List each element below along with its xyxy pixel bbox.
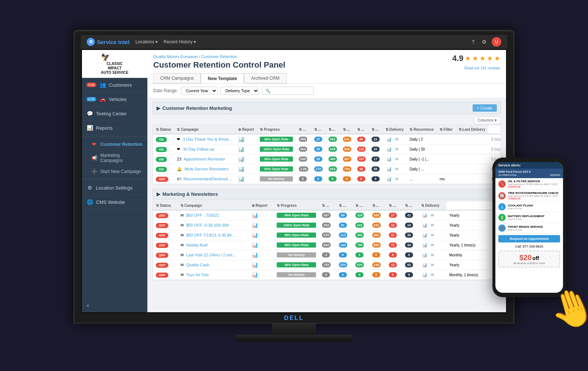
bar-chart-btn-1[interactable]: 📊 <box>386 147 393 152</box>
delivery-type-select[interactable]: Delivery Type Email SMS <box>220 87 259 95</box>
bar-chart-btn-4[interactable]: 📊 <box>421 252 429 258</box>
toggle-off-5[interactable]: OFF <box>156 263 168 268</box>
mail-btn-0[interactable]: ✉ <box>430 213 435 218</box>
th-progress[interactable]: ⇅ Progress <box>257 125 296 134</box>
sidebar-item-customer-retention[interactable]: ❤ Customer Retention <box>82 138 147 150</box>
tab-crm-campaigns[interactable]: CRM Campaigns <box>153 73 201 83</box>
report-cell-0[interactable]: 📊 <box>235 134 257 144</box>
campaign-name-1[interactable]: ❤ 30 Day Follow-up <box>174 144 235 154</box>
mth-status[interactable]: ⇅ Status <box>153 201 178 210</box>
mail-btn-4[interactable]: ✉ <box>394 176 399 182</box>
status-cell-5[interactable]: OFF <box>153 260 178 270</box>
campaign-link-6[interactable]: Toys for Tots <box>186 273 209 277</box>
sidebar-item-start-campaign[interactable]: ➕ Start New Campaign <box>82 166 147 177</box>
status-cell-1[interactable]: OFF <box>153 220 178 230</box>
chart-icon-1[interactable]: 📊 <box>252 222 258 228</box>
sidebar-item-customers[interactable]: 3.0k 👥 Customers <box>82 78 147 92</box>
mth-c2[interactable]: ⇅ ... <box>336 201 352 210</box>
chart-icon-0[interactable]: 📊 <box>252 212 258 218</box>
report-cell-0[interactable]: 📊 <box>249 210 274 220</box>
campaign-name-5[interactable]: ✉ Quality Cash <box>178 260 249 270</box>
campaign-link-1[interactable]: 30 Day Follow-up <box>183 147 214 151</box>
status-cell-4[interactable]: OFF <box>153 250 178 260</box>
report-cell-3[interactable]: 📊 <box>249 240 274 250</box>
chart-icon-6[interactable]: 📊 <box>252 272 258 278</box>
toggle-on-1[interactable]: ON <box>156 147 167 152</box>
th-delivery[interactable]: ⇅ Delivery <box>383 125 407 134</box>
th-filter[interactable]: ⇅ Filter <box>437 125 455 134</box>
report-cell-6[interactable]: 📊 <box>249 270 274 280</box>
campaign-link-4[interactable]: Recommended/Declined ... <box>183 177 232 181</box>
status-cell-0[interactable]: OFF <box>153 210 178 220</box>
th-recurrence[interactable]: ⇅ Recurrence <box>406 125 437 134</box>
toggle-on-0[interactable]: ON <box>156 137 167 142</box>
campaign-link-4[interactable]: Last Visit 12-24mo / 2 vist... <box>186 253 236 257</box>
mail-btn-5[interactable]: ✉ <box>430 262 435 268</box>
bar-chart-btn-6[interactable]: 📊 <box>421 272 429 278</box>
status-cell-6[interactable]: OFF <box>153 270 178 280</box>
campaign-link-3[interactable]: Howdy Audi <box>186 243 208 247</box>
mail-btn-6[interactable]: ✉ <box>430 272 435 278</box>
mail-btn-1[interactable]: ✉ <box>394 147 399 152</box>
campaign-name-2[interactable]: 23 Appointment Reminder <box>174 154 235 164</box>
bar-chart-btn-3[interactable]: 📊 <box>421 242 429 248</box>
report-cell-1[interactable]: 📊 <box>249 220 274 230</box>
mail-btn-0[interactable]: ✉ <box>394 137 399 142</box>
breadcrumb-qme[interactable]: Quality Motors European <box>153 54 198 59</box>
mail-btn-1[interactable]: ✉ <box>430 223 435 228</box>
toggle-off-2[interactable]: OFF <box>156 233 168 238</box>
sidebar-item-cms[interactable]: 🌐 CMS Website <box>82 195 147 209</box>
report-cell-4[interactable]: 📊 <box>249 250 274 260</box>
sidebar-item-reports[interactable]: 📊 Reports <box>82 121 147 135</box>
th-c6[interactable]: ⇅ ... <box>369 125 383 134</box>
crm-section-header[interactable]: ▶ Customer Retention Marketing + Create <box>153 102 501 114</box>
status-cell-3[interactable]: ON <box>153 164 174 174</box>
chart-icon-4[interactable]: 📊 <box>252 252 258 258</box>
status-cell-3[interactable]: OFF <box>153 240 178 250</box>
status-cell-2[interactable]: ON <box>153 154 174 164</box>
chart-icon-4[interactable]: 📊 <box>238 176 244 182</box>
toggle-on-3[interactable]: ON <box>156 167 167 172</box>
campaign-name-3[interactable]: ✉ Howdy Audi <box>178 240 249 250</box>
toggle-off-6[interactable]: OFF <box>156 273 168 278</box>
toggle-off-3[interactable]: OFF <box>156 243 168 248</box>
mth-c6[interactable]: ⇅ ... <box>402 201 418 210</box>
chart-icon-2[interactable]: 📊 <box>252 232 258 238</box>
status-cell-2[interactable]: OFF <box>153 230 178 240</box>
chart-icon-5[interactable]: 📊 <box>252 262 258 268</box>
mth-delivery[interactable]: ⇅ Delivery <box>418 201 446 210</box>
th-c4[interactable]: ⇅ ... <box>340 125 354 134</box>
th-c1[interactable]: ⇅ ... <box>296 125 311 134</box>
campaign-name-3[interactable]: 🔔 Multi-Service Reminders <box>174 164 235 174</box>
campaign-link-1[interactable]: $50 OFF -0-36 100-399 <box>186 223 229 227</box>
campaign-link-2[interactable]: $50 OFF 7/19/21 3-36 $4... <box>186 233 235 237</box>
campaign-link-2[interactable]: Appointment Reminder <box>184 157 225 161</box>
settings-button[interactable]: ⚙ <box>480 38 489 46</box>
mth-c4[interactable]: ⇅ ... <box>369 201 386 210</box>
sidebar-item-marketing-campaigns[interactable]: 📢 Marketing Campaigns <box>82 150 147 166</box>
campaign-name-4[interactable]: 🏷 Recommended/Declined ... <box>174 174 235 184</box>
mail-btn-3[interactable]: ✉ <box>394 166 399 172</box>
mth-progress[interactable]: ⇅ Progress <box>274 201 319 210</box>
breadcrumb-retention[interactable]: Customer Retention <box>201 54 237 59</box>
bar-chart-btn-3[interactable]: 📊 <box>386 166 393 172</box>
mail-btn-4[interactable]: ✉ <box>430 252 435 258</box>
mail-btn-2[interactable]: ✉ <box>430 233 435 238</box>
search-input[interactable] <box>262 87 313 95</box>
th-campaign[interactable]: ⇅ Campaign <box>174 125 235 134</box>
mail-btn-2[interactable]: ✉ <box>394 156 399 162</box>
mth-campaign[interactable]: ⇅ Campaign <box>178 201 249 210</box>
mth-c3[interactable]: ⇅ ... <box>352 201 369 210</box>
toggle-off-4[interactable]: OFF <box>156 177 168 182</box>
th-c5[interactable]: ⇅ ... <box>354 125 369 134</box>
campaign-link-3[interactable]: Multi-Service Reminders <box>184 167 229 171</box>
bar-chart-btn-0[interactable]: 📊 <box>386 137 393 142</box>
campaign-name-4[interactable]: ✉ Last Visit 12-24mo / 2 vist... <box>178 250 249 260</box>
sidebar-item-texting[interactable]: 💬 Texting Center <box>82 107 147 121</box>
th-c2[interactable]: ⇅ ... <box>311 125 326 134</box>
chart-icon-3[interactable]: 📊 <box>238 166 244 172</box>
report-cell-3[interactable]: 📊 <box>235 164 257 174</box>
bar-chart-btn-5[interactable]: 📊 <box>421 262 429 268</box>
th-status[interactable]: ⇅ Status <box>153 125 174 134</box>
bar-chart-btn-4[interactable]: 📊 <box>386 176 393 182</box>
